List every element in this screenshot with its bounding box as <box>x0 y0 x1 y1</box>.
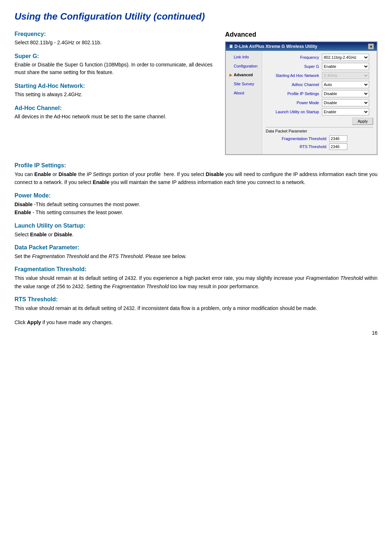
sidebar-label-advanced: Advanced <box>234 73 253 77</box>
data-packet-heading: Data Packet Parameter: <box>15 244 377 251</box>
label-frag-threshold: Fragmentation Threshold <box>266 136 329 141</box>
threshold-row-rts: RTS Threshold <box>266 143 373 150</box>
sidebar-item-linkinfo[interactable]: ▶ Link Info <box>226 52 262 61</box>
dialog-sidebar: ▶ Link Info ▶ Configuration ▶ Advanced ▶… <box>226 51 262 154</box>
superg-heading: Super G: <box>15 53 214 60</box>
field-row-profile-ip: Profile IP Settings Disable <box>266 90 373 97</box>
page-title: Using the Configuration Utility (continu… <box>15 11 377 22</box>
field-row-frequency: Frequency 802.11b/g-2.4GHz <box>266 54 373 61</box>
title-italic: (continued) <box>154 11 205 22</box>
select-adhoc-network: 2.4GHz <box>322 72 369 79</box>
section-launch-utility: Launch Utility on Startup: Select Enable… <box>15 223 377 238</box>
label-rts-threshold: RTS Threshold <box>266 144 329 149</box>
data-packet-label: Data Packet Parameter <box>266 129 307 133</box>
data-packet-divider: Data Packet Parameter <box>266 127 373 133</box>
dialog-title-text: D-Link AirPlus Xtreme G Wireless Utility <box>234 44 368 49</box>
sidebar-item-configuration[interactable]: ▶ Configuration <box>226 61 262 70</box>
field-row-power-mode: Power Mode Disable <box>266 99 373 106</box>
field-row-adhoc-channel: Adhoc Channel Auto <box>266 81 373 88</box>
power-mode-text: Disable -This default setting consumes t… <box>15 200 377 217</box>
select-adhoc-channel[interactable]: Auto <box>322 81 369 88</box>
label-frequency: Frequency <box>266 55 322 60</box>
section-frag-threshold: Fragmentation Threshold: This value shou… <box>15 266 377 290</box>
section-rts-threshold: RTS Threshold: This value should remain … <box>15 296 377 312</box>
close-button[interactable]: ✕ <box>368 44 374 49</box>
frequency-text: Select 802.11b/g - 2.4GHz or 802.11b. <box>15 39 214 46</box>
adhoc-network-text: This setting is always 2.4GHz. <box>15 91 214 98</box>
label-launch-utility: Launch Utility on Startup <box>266 110 322 114</box>
label-adhoc-channel: Adhoc Channel <box>266 82 322 87</box>
select-power-mode[interactable]: Disable <box>322 99 369 106</box>
field-row-adhoc-network: Starting Ad Hoc Network 2.4GHz <box>266 72 373 79</box>
rts-threshold-text: This value should remain at its default … <box>15 304 377 312</box>
section-profile-ip: Profile IP Settings: You can Enable or D… <box>15 162 377 187</box>
adhoc-channel-text: All devices in the Ad-Hoc network must b… <box>15 113 214 121</box>
adhoc-channel-heading: Ad-Hoc Channel: <box>15 105 214 111</box>
rts-threshold-heading: RTS Threshold: <box>15 296 377 303</box>
threshold-row-frag: Fragmentation Threshold <box>266 135 373 142</box>
field-row-superg: Super G Enable <box>266 63 373 70</box>
dialog-titlebar: 🖥 D-Link AirPlus Xtreme G Wireless Utili… <box>226 42 377 51</box>
sidebar-arrow-advanced: ▶ <box>229 73 232 77</box>
select-launch-utility[interactable]: Enable <box>322 108 369 115</box>
input-frag-threshold[interactable] <box>329 135 347 142</box>
profile-ip-text: You can Enable or Disable the IP Setting… <box>15 170 377 187</box>
advanced-title: Advanced <box>225 31 377 38</box>
profile-ip-heading: Profile IP Settings: <box>15 162 377 169</box>
sidebar-item-about[interactable]: ▶ About <box>226 88 262 97</box>
launch-utility-heading: Launch Utility on Startup: <box>15 223 377 229</box>
sidebar-label-linkinfo: Link Info <box>234 55 249 59</box>
select-frequency[interactable]: 802.11b/g-2.4GHz <box>322 54 369 61</box>
select-superg[interactable]: Enable <box>322 63 369 70</box>
dialog-title-icon: 🖥 <box>229 44 233 49</box>
right-column: Advanced 🖥 D-Link AirPlus Xtreme G Wirel… <box>225 31 377 155</box>
section-power-mode: Power Mode: Disable -This default settin… <box>15 192 377 217</box>
dialog-body: ▶ Link Info ▶ Configuration ▶ Advanced ▶… <box>226 51 377 154</box>
label-adhoc-network: Starting Ad Hoc Network <box>266 73 322 78</box>
launch-utility-text: Select Enable or Disable. <box>15 230 377 238</box>
page-number: 16 <box>15 330 377 336</box>
field-row-launch-utility: Launch Utility on Startup Enable <box>266 108 373 115</box>
title-normal: Using the Configuration Utility <box>15 11 151 22</box>
dialog-window: 🖥 D-Link AirPlus Xtreme G Wireless Utili… <box>225 41 377 155</box>
sidebar-label-about: About <box>234 91 244 95</box>
frag-threshold-heading: Fragmentation Threshold: <box>15 266 377 273</box>
apply-row: Apply <box>266 118 373 125</box>
adhoc-network-heading: Starting Ad-Hoc Network: <box>15 83 214 89</box>
sidebar-label-configuration: Configuration <box>234 64 257 68</box>
frag-threshold-text: This value should remain at its default … <box>15 274 377 290</box>
section-data-packet: Data Packet Parameter: Set the Fragmenta… <box>15 244 377 260</box>
data-packet-text: Set the Fragmentation Threshold and the … <box>15 252 377 260</box>
label-superg: Super G <box>266 64 322 69</box>
frequency-heading: Frequency: <box>15 31 214 37</box>
select-profile-ip[interactable]: Disable <box>322 90 369 97</box>
dialog-content-area: Frequency 802.11b/g-2.4GHz Super G Enabl… <box>262 51 377 154</box>
left-column: Frequency: Select 802.11b/g - 2.4GHz or … <box>15 31 214 155</box>
apply-button[interactable]: Apply <box>352 118 373 125</box>
label-power-mode: Power Mode <box>266 101 322 105</box>
sidebar-item-sitesurvey[interactable]: ▶ Site Survey <box>226 79 262 88</box>
label-profile-ip: Profile IP Settings <box>266 91 322 96</box>
sidebar-label-sitesurvey: Site Survey <box>234 82 254 86</box>
power-mode-heading: Power Mode: <box>15 192 377 199</box>
body-sections: Profile IP Settings: You can Enable or D… <box>15 162 377 326</box>
superg-text: Enable or Disable the Super G function (… <box>15 61 214 76</box>
sidebar-item-advanced[interactable]: ▶ Advanced <box>226 70 262 79</box>
click-apply-text: Click Apply if you have made any changes… <box>15 318 377 326</box>
input-rts-threshold[interactable] <box>329 143 347 150</box>
